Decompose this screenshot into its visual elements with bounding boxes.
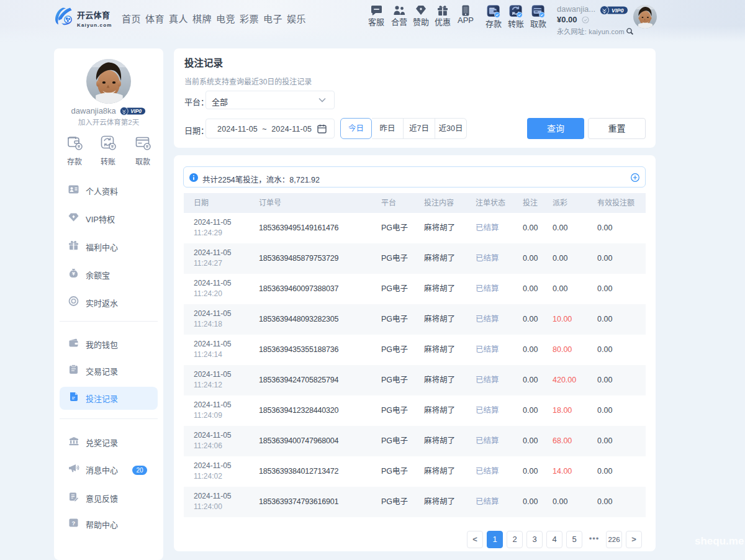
svg-text:VIP0: VIP0 bbox=[131, 109, 142, 114]
svg-text:VIP0: VIP0 bbox=[612, 7, 624, 14]
svg-text:?: ? bbox=[72, 520, 76, 526]
